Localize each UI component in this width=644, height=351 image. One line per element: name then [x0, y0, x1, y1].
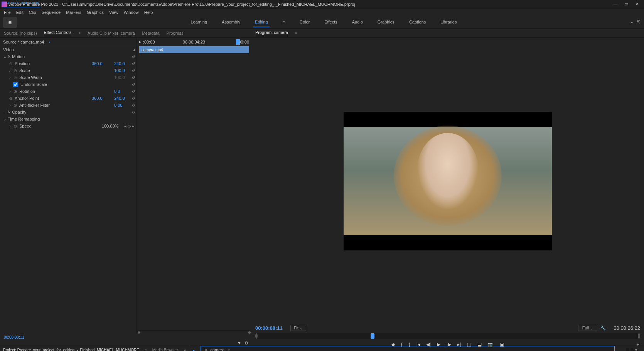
- tab-media-browser[interactable]: Media Browser: [152, 348, 178, 351]
- reset-motion-icon[interactable]: ↺: [132, 55, 135, 59]
- tab-project[interactable]: Project: Prepare_your_project_for_editin…: [3, 348, 139, 351]
- ec-timecode[interactable]: 00:00:08:11: [0, 334, 251, 340]
- menu-clip[interactable]: Clip: [27, 9, 39, 15]
- ws-color[interactable]: Color: [298, 17, 311, 27]
- ws-editing-menu-icon[interactable]: ≡: [281, 17, 287, 27]
- tab-metadata[interactable]: Metadata: [142, 31, 160, 35]
- program-duration: 00:00:26:22: [614, 325, 640, 331]
- scrub-handle-right[interactable]: [638, 333, 640, 339]
- ws-effects[interactable]: Effects: [323, 17, 339, 27]
- tab-progress[interactable]: Progress: [167, 31, 184, 35]
- titlebar: Adobe Premiere Pro 2021 - C:\Users\mwmpc…: [0, 0, 644, 8]
- wrench-icon[interactable]: 🔧: [600, 326, 606, 331]
- share-icon[interactable]: ⇱: [637, 20, 640, 25]
- extract-button[interactable]: ⬓: [477, 342, 482, 347]
- timeline-tab[interactable]: camera: [210, 348, 224, 351]
- step-back-button[interactable]: ◀|: [426, 342, 431, 347]
- program-monitor[interactable]: [251, 38, 644, 322]
- window-title: Adobe Premiere Pro 2021 - C:\Users\mwmpc…: [9, 2, 610, 7]
- zoom-fit-dropdown[interactable]: Fit ⌄: [290, 325, 306, 331]
- workspace-bar: Learning Assembly Editing ≡ Color Effect…: [0, 16, 644, 29]
- ec-playhead[interactable]: [236, 39, 240, 45]
- tab-program[interactable]: Program: camera: [255, 30, 288, 36]
- lift-button[interactable]: ⬚: [467, 342, 471, 347]
- ec-scale-width: ›◷Scale Width100.0↺: [0, 74, 137, 81]
- menu-sequence[interactable]: Sequence: [39, 9, 63, 15]
- menu-edit[interactable]: Edit: [14, 9, 26, 15]
- menu-view[interactable]: View: [107, 9, 121, 15]
- button-editor-button[interactable]: ＋: [636, 341, 640, 348]
- ec-clip-bar[interactable]: camera.mp4: [139, 46, 249, 53]
- close-button[interactable]: ✕: [632, 0, 642, 8]
- go-out-button[interactable]: ▸|: [457, 342, 461, 347]
- program-scrubber[interactable]: [255, 333, 640, 339]
- effect-controls-menu-icon[interactable]: ≡: [79, 31, 81, 35]
- ws-overflow-icon[interactable]: »: [631, 20, 633, 25]
- menu-graphics[interactable]: Graphics: [84, 9, 106, 15]
- project-menu-icon[interactable]: ≡: [145, 348, 147, 351]
- comparison-view-button[interactable]: ▣: [500, 342, 504, 347]
- minimize-button[interactable]: ―: [610, 0, 621, 8]
- tab-source[interactable]: Source: (no clips): [4, 31, 37, 35]
- home-icon: [7, 20, 13, 25]
- go-in-button[interactable]: |◂: [416, 342, 420, 347]
- ec-anchor[interactable]: ◷Anchor Point360.0240.0↺: [0, 95, 137, 102]
- program-timecode[interactable]: 00:00:08:11: [255, 325, 283, 331]
- reset-icon[interactable]: ↺: [132, 62, 135, 66]
- home-button[interactable]: [3, 17, 17, 28]
- ec-timeremap[interactable]: ⌄Time Remapping: [0, 116, 137, 123]
- menu-help[interactable]: Help: [142, 9, 155, 15]
- ws-audio[interactable]: Audio: [351, 17, 364, 27]
- panel-overflow-icon[interactable]: »: [184, 348, 186, 351]
- menu-file[interactable]: File: [2, 9, 13, 15]
- tools-panel: ▶ ⤡ ⇄ ✂ |↔| ✒ ✋ T: [189, 346, 201, 351]
- scrub-handle-left[interactable]: [255, 333, 258, 339]
- tab-audio-mixer[interactable]: Audio Clip Mixer: camera: [88, 31, 135, 35]
- zoom-handle-left[interactable]: [138, 331, 140, 334]
- ws-graphics[interactable]: Graphics: [376, 17, 396, 27]
- ec-uniform-scale[interactable]: Uniform Scale↺: [0, 81, 137, 88]
- video-frame: [344, 112, 552, 250]
- selection-tool[interactable]: ▶: [193, 348, 197, 351]
- step-forward-button[interactable]: |▶: [447, 342, 451, 347]
- meter-right: [631, 348, 634, 351]
- ec-scale[interactable]: ›◷Scale100.0↺: [0, 67, 137, 74]
- menu-window[interactable]: Window: [121, 9, 141, 15]
- ec-position[interactable]: ◷Position360.0240.0↺: [0, 60, 137, 67]
- resolution-dropdown[interactable]: Full ⌄: [578, 325, 598, 331]
- mark-in-button[interactable]: {: [401, 342, 403, 347]
- ec-opacity[interactable]: ›fxOpacity↺: [0, 109, 137, 116]
- maximize-button[interactable]: ▭: [621, 0, 632, 8]
- play-button[interactable]: ▶: [437, 342, 440, 347]
- export-frame-button[interactable]: 📷: [488, 342, 494, 347]
- filter-icon[interactable]: ▼: [237, 341, 241, 345]
- ec-speed[interactable]: ›◷Speed100.00%◂ ◇ ▸: [0, 123, 137, 129]
- ws-captions[interactable]: Captions: [408, 17, 427, 27]
- settings-icon[interactable]: ⚙: [244, 341, 248, 346]
- timeline-menu-icon[interactable]: ≡: [228, 348, 230, 351]
- ec-seq-clip[interactable]: camera * camera.mp4: [3, 0, 40, 7]
- ec-timeline-ruler[interactable]: ▸ :00:00 00:00:04:23 00:00: [137, 38, 251, 46]
- source-panel-tabs: Source: (no clips) Effect Controls ≡ Aud…: [0, 29, 251, 38]
- ec-source-label: Source * camera.mp4: [3, 40, 44, 44]
- zoom-handle-right[interactable]: [248, 331, 251, 334]
- meter-left: [626, 348, 629, 351]
- ec-antiflicker[interactable]: ›◷Anti-flicker Filter0.00↺: [0, 102, 137, 109]
- ws-learning[interactable]: Learning: [189, 17, 209, 27]
- ws-editing[interactable]: Editing: [253, 17, 270, 27]
- ec-motion[interactable]: ⌄fxMotion↺: [0, 53, 137, 60]
- mark-out-button[interactable]: }: [409, 342, 410, 347]
- program-panel-tabs: Program: camera ≡: [251, 29, 644, 38]
- tab-effect-controls[interactable]: Effect Controls: [44, 30, 72, 36]
- program-playhead[interactable]: [371, 333, 374, 339]
- add-marker-button[interactable]: ◆: [391, 342, 395, 347]
- ec-video-header: Video▲: [0, 46, 137, 53]
- program-menu-icon[interactable]: ≡: [295, 31, 297, 35]
- stopwatch-icon[interactable]: ◷: [9, 62, 15, 65]
- menubar: File Edit Clip Sequence Markers Graphics…: [0, 8, 644, 16]
- ec-rotation[interactable]: ›◷Rotation0.0↺: [0, 88, 137, 95]
- menu-markers[interactable]: Markers: [64, 9, 84, 15]
- ws-assembly[interactable]: Assembly: [220, 17, 242, 27]
- uniform-scale-checkbox[interactable]: [13, 82, 18, 87]
- ws-libraries[interactable]: Libraries: [439, 17, 458, 27]
